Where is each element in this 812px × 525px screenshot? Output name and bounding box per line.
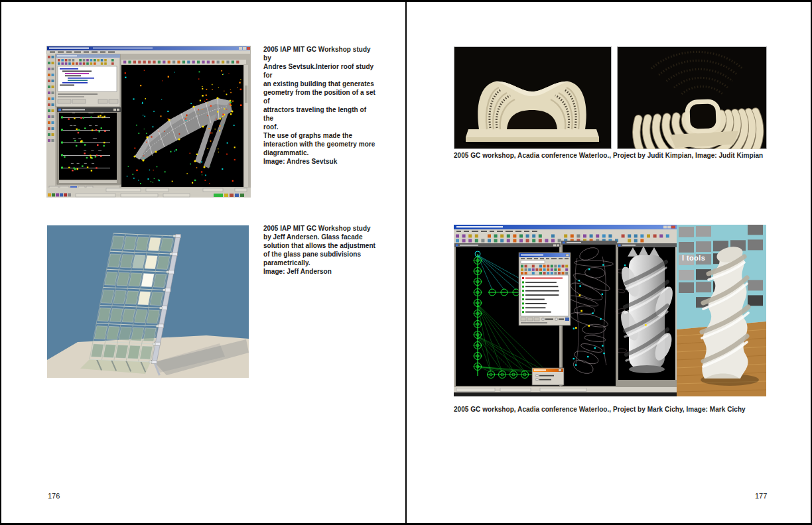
gc-transaction-dialog [519, 253, 571, 325]
page-number-right: 177 [755, 492, 767, 500]
cad2-titlebar [454, 225, 677, 229]
frame-border-left [0, 0, 1, 525]
glass-facade-image [47, 225, 249, 378]
cad2-shaded-viewport [615, 243, 677, 387]
figure-glass-facade [47, 225, 249, 378]
cad-roof-study-image [46, 46, 251, 198]
page-divider [405, 0, 407, 525]
poster-text: l tools [682, 254, 705, 262]
caption-cichy: 2005 GC workshop, Acadia conference Wate… [454, 405, 746, 414]
kimpian-model-front-image [454, 46, 612, 149]
cad1-main-viewport [121, 65, 248, 187]
tower-photo [677, 225, 766, 396]
caption-kimpian: 2005 GC workshop, Acadia conference Wate… [454, 151, 763, 160]
book-spread: 2005 IAP MIT GC Workshop study by Andres… [0, 0, 812, 525]
kimpian-model-top-image [617, 46, 767, 149]
small-dialog [532, 368, 564, 385]
cad1-menubar [47, 50, 250, 54]
figure-kimpian-model-front [454, 46, 612, 149]
cad1-graph-window [57, 107, 121, 184]
cad1-script-panel [56, 54, 120, 107]
cad2-statusbar [454, 387, 677, 396]
figure-kimpian-model-top [617, 46, 767, 149]
caption-roof-study: 2005 IAP MIT GC Workshop study by Andres… [263, 45, 377, 166]
caption-glass-facade: 2005 IAP MIT GC Workshop study by Jeff A… [263, 224, 377, 276]
figure-cad-roof-study [46, 46, 251, 198]
page-number-left: 176 [48, 492, 60, 500]
cad1-titlebar [47, 46, 250, 50]
cichy-composite-image [454, 225, 766, 396]
cad2-menubar [454, 229, 677, 233]
cad1-statusbar [46, 188, 251, 198]
figure-cichy-composite: l tools [454, 225, 766, 396]
